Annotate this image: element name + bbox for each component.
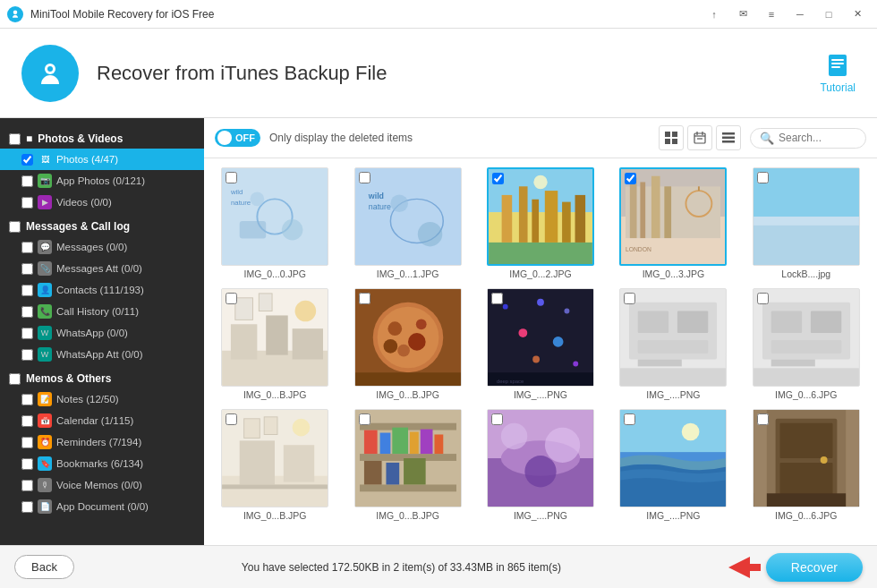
photo-checkbox-p14[interactable]: [624, 413, 635, 425]
photo-thumb-p6: [221, 288, 328, 387]
back-button[interactable]: Back: [14, 555, 74, 579]
sidebar-bookmarks-checkbox[interactable]: [21, 458, 33, 470]
menu-btn[interactable]: ≡: [759, 5, 784, 23]
sidebar-contacts-checkbox[interactable]: [21, 285, 33, 296]
sidebar-item-bookmarks[interactable]: 🔖 Bookmarks (6/134): [0, 453, 204, 474]
whatsapp-icon: W: [38, 326, 52, 340]
photo-item-p1[interactable]: wild nature IMG_0...0.JPG: [213, 167, 336, 279]
sidebar-item-app-photos[interactable]: 📷 App Photos (0/121): [0, 170, 204, 192]
photo-checkbox-p13[interactable]: [491, 413, 503, 425]
svg-rect-71: [355, 372, 461, 386]
svg-rect-38: [545, 191, 558, 243]
toggle-knob: [217, 131, 232, 145]
sidebar-item-messages-att[interactable]: 📎 Messages Att (0/0): [0, 258, 204, 279]
search-input[interactable]: [779, 132, 856, 144]
photo-checkbox-p6[interactable]: [226, 293, 237, 304]
photo-item-p2[interactable]: wild nature IMG_0...1.JPG: [345, 167, 469, 279]
photo-item-p11[interactable]: IMG_0...B.JPG: [213, 409, 336, 521]
svg-rect-111: [410, 432, 419, 455]
photo-item-p6[interactable]: IMG_0...B.JPG: [213, 288, 336, 400]
photo-item-p8[interactable]: deep space IMG_....PNG: [479, 288, 602, 400]
photo-item-p14[interactable]: IMG_....PNG: [611, 409, 735, 521]
sidebar-app-document-checkbox[interactable]: [21, 501, 33, 513]
sidebar-reminders-checkbox[interactable]: [21, 437, 33, 448]
app-title: MiniTool Mobile Recovery for iOS Free: [30, 8, 702, 21]
photo-checkbox-p1[interactable]: [226, 172, 237, 183]
photo-checkbox-p4[interactable]: [625, 173, 636, 184]
sidebar-group-messages-checkbox[interactable]: [9, 221, 21, 233]
sidebar-item-reminders[interactable]: ⏰ Reminders (7/194): [0, 431, 204, 453]
photo-item-p7[interactable]: IMG_0...B.JPG: [345, 288, 469, 400]
sidebar-group-memos[interactable]: Memos & Others: [0, 365, 204, 388]
sidebar-item-app-document[interactable]: 📄 App Document (0/0): [0, 496, 204, 517]
sidebar-app-photos-checkbox[interactable]: [21, 175, 33, 187]
photo-checkbox-p3[interactable]: [492, 173, 504, 184]
svg-rect-48: [665, 186, 672, 238]
sidebar-group-photos-videos[interactable]: ■ Photos & Videos: [0, 125, 204, 149]
svg-rect-37: [532, 200, 539, 243]
photo-checkbox-p12[interactable]: [359, 413, 370, 425]
svg-point-120: [501, 423, 527, 449]
photo-item-p3[interactable]: IMG_0...2.JPG: [479, 167, 602, 279]
sidebar-item-contacts[interactable]: 👤 Contacts (111/193): [0, 279, 204, 301]
close-btn[interactable]: ✕: [845, 5, 870, 23]
sidebar-messages-att-checkbox[interactable]: [21, 263, 33, 275]
photo-checkbox-p5[interactable]: [757, 172, 769, 183]
photo-checkbox-p2[interactable]: [359, 172, 370, 183]
photo-item-p10[interactable]: IMG_0...6.JPG: [745, 288, 868, 400]
svg-rect-36: [519, 186, 528, 243]
sidebar-notes-checkbox[interactable]: [21, 394, 33, 405]
sidebar-videos-checkbox[interactable]: [21, 197, 33, 209]
svg-rect-34: [489, 243, 592, 264]
toggle-deleted-switch[interactable]: OFF: [215, 129, 260, 147]
calendar-view-button[interactable]: [687, 125, 712, 150]
tutorial-button[interactable]: Tutorial: [820, 53, 856, 94]
photo-item-p9[interactable]: IMG_....PNG: [611, 288, 735, 400]
photo-checkbox-p11[interactable]: [226, 413, 237, 425]
sidebar-group-messages[interactable]: Messages & Call log: [0, 213, 204, 236]
svg-rect-113: [434, 434, 443, 454]
sidebar-whatsapp-checkbox[interactable]: [21, 328, 33, 339]
mail-btn[interactable]: ✉: [730, 5, 755, 23]
sidebar-calendar-checkbox[interactable]: [21, 415, 33, 427]
photo-checkbox-p9[interactable]: [624, 293, 635, 304]
sidebar-item-calendar[interactable]: 📅 Calendar (1/115): [0, 410, 204, 431]
photo-checkbox-p15[interactable]: [757, 413, 769, 425]
photo-checkbox-p7[interactable]: [359, 293, 370, 304]
photo-item-p5[interactable]: LockB....jpg: [745, 167, 868, 279]
sidebar-item-messages[interactable]: 💬 Messages (0/0): [0, 236, 204, 258]
sidebar-whatsapp-att-checkbox[interactable]: [21, 349, 33, 361]
upload-btn[interactable]: ↑: [702, 5, 727, 23]
sidebar-item-whatsapp[interactable]: W WhatsApp (0/0): [0, 322, 204, 344]
sidebar-group-memos-checkbox[interactable]: [9, 373, 21, 385]
sidebar-call-history-checkbox[interactable]: [21, 306, 33, 318]
sidebar-voice-memos-checkbox[interactable]: [21, 480, 33, 491]
sidebar-calendar-label: Calendar (1/115): [56, 415, 133, 426]
photo-item-p4[interactable]: LONDON IMG_0...3.JPG: [611, 167, 735, 279]
grid-view-button[interactable]: [659, 125, 684, 150]
svg-point-76: [518, 328, 527, 337]
photo-checkbox-p8[interactable]: [491, 293, 503, 304]
sidebar-item-notes[interactable]: 📝 Notes (12/50): [0, 388, 204, 410]
sidebar-item-call-history[interactable]: 📞 Call History (0/11): [0, 301, 204, 322]
recover-button[interactable]: Recover: [766, 553, 863, 582]
sidebar-item-voice-memos[interactable]: 🎙 Voice Memos (0/0): [0, 474, 204, 496]
sidebar-item-videos[interactable]: ▶ Videos (0/0): [0, 192, 204, 213]
minimize-btn[interactable]: ─: [788, 5, 813, 23]
svg-rect-7: [665, 132, 670, 137]
list-view-button[interactable]: [716, 125, 741, 150]
sidebar-group-photos-checkbox[interactable]: [9, 133, 21, 145]
sidebar-item-photos[interactable]: 🖼 Photos (4/47): [0, 149, 204, 170]
status-bar: Back You have selected 172.50KB in 2 ite…: [0, 545, 877, 588]
photo-item-p15[interactable]: IMG_0...6.JPG: [745, 409, 868, 521]
svg-rect-39: [562, 202, 571, 243]
svg-rect-19: [222, 168, 328, 265]
photo-checkbox-p10[interactable]: [757, 293, 769, 304]
photo-item-p12[interactable]: IMG_0...B.JPG: [345, 409, 469, 521]
maximize-btn[interactable]: □: [816, 5, 841, 23]
photo-item-p13[interactable]: IMG_....PNG: [479, 409, 602, 521]
sidebar-item-whatsapp-att[interactable]: W WhatsApp Att (0/0): [0, 344, 204, 365]
svg-text:LONDON: LONDON: [626, 246, 651, 252]
sidebar-messages-checkbox[interactable]: [21, 242, 33, 253]
sidebar-photos-checkbox[interactable]: [21, 154, 33, 166]
